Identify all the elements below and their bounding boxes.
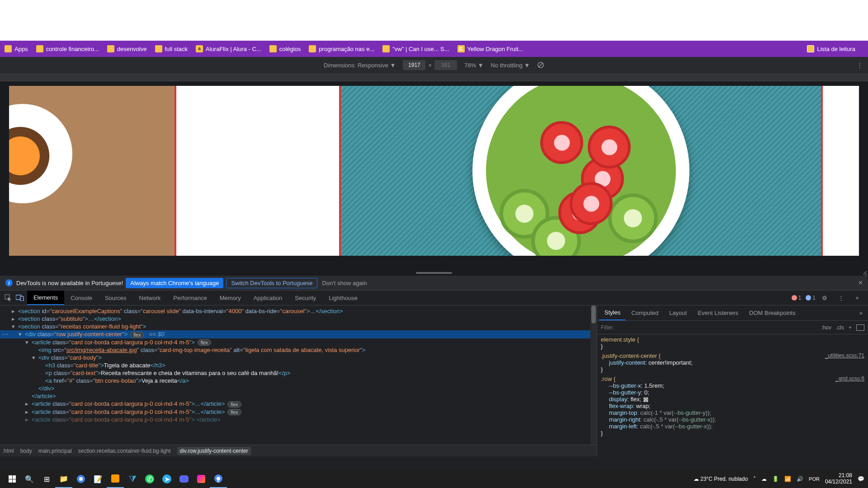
dont-show-again-button[interactable]: Don't show again: [322, 280, 367, 286]
bookmark-item[interactable]: aAluraFlix | Alura - C...: [196, 45, 261, 52]
bookmark-item[interactable]: programação nas e...: [309, 45, 374, 52]
discord-icon[interactable]: [175, 470, 193, 488]
zoom-dropdown[interactable]: 78% ▼: [464, 62, 484, 69]
wifi-tray-icon[interactable]: 📶: [784, 476, 791, 482]
dimensions-dropdown[interactable]: Dimensions: Responsive ▼: [324, 62, 396, 69]
css-rules-list[interactable]: element.style { } .justify-content-cente…: [597, 334, 868, 456]
switch-language-button[interactable]: Switch DevTools to Portuguese: [226, 278, 317, 288]
page-preview[interactable]: [9, 86, 859, 256]
close-devtools-button[interactable]: ×: [853, 293, 862, 302]
notifications-button[interactable]: 💬: [858, 476, 864, 482]
devtools-more-button[interactable]: ⋮: [836, 293, 845, 302]
battery-tray-icon[interactable]: 🔋: [772, 476, 779, 482]
info-icon: i: [5, 279, 13, 286]
chrome-icon[interactable]: [72, 470, 90, 488]
styles-more-tabs[interactable]: »: [856, 310, 866, 316]
breadcrumb-item[interactable]: div.row.justify-content-center: [177, 447, 251, 455]
onedrive-tray-icon[interactable]: ☁: [761, 476, 767, 482]
task-view-button[interactable]: ⊞: [38, 470, 55, 488]
tab-lighthouse[interactable]: Lighthouse: [322, 291, 364, 305]
flex-badge[interactable]: flex: [227, 401, 241, 408]
close-infobar-button[interactable]: ×: [859, 279, 863, 287]
flex-badge[interactable]: flex: [227, 409, 241, 415]
tray-chevron-icon[interactable]: ˄: [753, 476, 756, 482]
reading-list-button[interactable]: Lista de leitura: [807, 45, 855, 52]
bookmark-item[interactable]: colégios: [269, 45, 301, 52]
tab-layout[interactable]: Layout: [664, 305, 692, 320]
tab-console[interactable]: Console: [64, 291, 99, 305]
language-indicator[interactable]: POR: [809, 476, 820, 482]
elements-dom-tree[interactable]: ▸<section id="carouselExampleCaptions" c…: [0, 305, 597, 456]
flex-editor-icon[interactable]: [643, 397, 648, 402]
tab-styles[interactable]: Styles: [599, 305, 626, 320]
viewport-height-input[interactable]: [434, 60, 457, 70]
tab-memory[interactable]: Memory: [213, 291, 247, 305]
toggle-device-button[interactable]: [15, 293, 24, 302]
bookmark-item[interactable]: EYellow Dragon Fruit...: [458, 45, 524, 52]
tab-security[interactable]: Security: [288, 291, 322, 305]
bookmark-item[interactable]: desenvolve: [107, 45, 147, 52]
dom-scrollbar[interactable]: [590, 305, 597, 456]
bookmark-item[interactable]: full stack: [155, 45, 188, 52]
tab-sources[interactable]: Sources: [99, 291, 133, 305]
css-selector[interactable]: element.style {: [601, 336, 639, 343]
css-selector[interactable]: .row {: [601, 375, 616, 382]
chrome-beta-icon[interactable]: B: [210, 470, 227, 488]
flex-badge[interactable]: flex: [198, 339, 211, 346]
breadcrumb-item[interactable]: section.receitas.container-fluid.bg-ligh…: [78, 448, 171, 454]
toggle-hov-button[interactable]: :hov: [821, 324, 831, 331]
device-more-button[interactable]: ⋮: [857, 62, 863, 69]
breadcrumb-item[interactable]: body: [20, 448, 32, 454]
box-model-icon[interactable]: [856, 324, 864, 331]
file-explorer-icon[interactable]: 📁: [55, 470, 72, 488]
match-language-button[interactable]: Always match Chrome's language: [126, 278, 223, 288]
volume-tray-icon[interactable]: 🔊: [797, 476, 803, 482]
tab-network[interactable]: Network: [133, 291, 167, 305]
reading-list-icon: [807, 45, 814, 52]
bookmark-item[interactable]: "vw" | Can I use... S...: [382, 45, 449, 52]
breadcrumb-item[interactable]: main.principal: [38, 448, 72, 454]
inspect-element-button[interactable]: [4, 293, 13, 302]
creative-cloud-icon[interactable]: [193, 470, 210, 488]
styles-filter-input[interactable]: [601, 324, 816, 331]
css-source-link[interactable]: _utilities.scss:71: [825, 352, 864, 359]
notepad-icon[interactable]: 📝: [90, 470, 107, 488]
tab-dom-breakpoints[interactable]: DOM Breakpoints: [744, 305, 801, 320]
favicon-icon: [36, 45, 43, 52]
bookmark-apps[interactable]: Apps: [5, 45, 28, 52]
error-count-badge[interactable]: 1: [792, 295, 802, 301]
sublime-icon[interactable]: [107, 470, 124, 488]
css-source-link[interactable]: _grid.scss:6: [835, 375, 864, 382]
bookmark-item[interactable]: controle financeiro...: [36, 45, 99, 52]
tab-event-listeners[interactable]: Event Listeners: [692, 305, 744, 320]
message-count-badge[interactable]: 1: [806, 295, 816, 301]
throttling-dropdown[interactable]: No throttling ▼: [491, 62, 530, 69]
search-button[interactable]: 🔍: [21, 470, 38, 488]
whatsapp-icon[interactable]: ✆: [141, 470, 158, 488]
taskbar-clock[interactable]: 21:08 04/12/2021: [825, 473, 852, 485]
bookmark-label: Apps: [14, 46, 28, 52]
tab-application[interactable]: Application: [247, 291, 289, 305]
toggle-cls-button[interactable]: .cls: [836, 324, 844, 331]
tab-performance[interactable]: Performance: [167, 291, 213, 305]
rotate-button[interactable]: [537, 61, 544, 69]
responsive-viewport: [0, 81, 868, 276]
telegram-icon[interactable]: ➤: [158, 470, 175, 488]
flex-badge[interactable]: flex: [130, 332, 144, 338]
settings-button[interactable]: ⚙: [820, 293, 829, 302]
breadcrumb-item[interactable]: html: [4, 448, 14, 454]
dimensions-label: Dimensions: Responsive ▼: [324, 62, 396, 69]
css-selector[interactable]: .justify-content-center {: [601, 352, 660, 359]
vscode-icon[interactable]: ⧩: [124, 470, 141, 488]
favicon-icon: [309, 45, 316, 52]
start-button[interactable]: [4, 470, 21, 488]
tab-computed[interactable]: Computed: [626, 305, 664, 320]
weather-widget[interactable]: ☁ 23°C Pred. nublado: [693, 476, 748, 482]
viewport-resize-handle[interactable]: [862, 269, 867, 275]
svg-line-1: [538, 63, 543, 67]
ruler: [0, 73, 868, 81]
viewport-width-input[interactable]: [403, 60, 425, 70]
new-style-rule-button[interactable]: +: [849, 324, 852, 331]
tab-elements[interactable]: Elements: [27, 291, 64, 305]
viewport-drag-handle[interactable]: [416, 272, 452, 274]
